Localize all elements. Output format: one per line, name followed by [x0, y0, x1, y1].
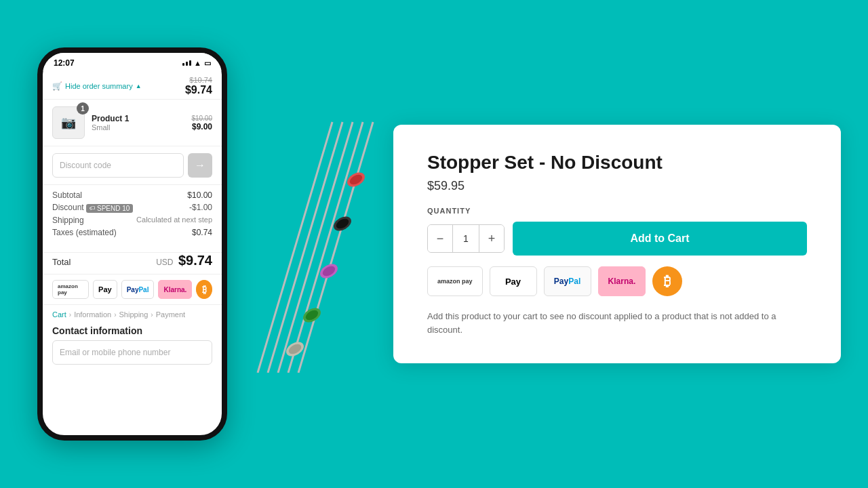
product-price-col: $10.00 $9.00	[191, 115, 212, 131]
product-variant: Small	[92, 123, 184, 131]
product-image	[224, 115, 414, 373]
apply-discount-button[interactable]: →	[188, 153, 212, 178]
order-totals: Subtotal $10.00 Discount 🏷 SPEND 10 -$1.…	[43, 184, 222, 245]
product-card-title: Stopper Set - No Discount	[427, 152, 807, 174]
contact-email-input[interactable]	[52, 340, 212, 365]
breadcrumb-sep-2: ›	[114, 311, 116, 319]
product-badge: 1	[77, 102, 89, 115]
discount-code-input[interactable]	[52, 153, 184, 178]
order-prices: $10.74 $9.74	[185, 76, 212, 96]
quantity-input[interactable]	[452, 225, 479, 252]
product-card-payment-methods: amazon pay Pay PayPal Klarna. ₿	[427, 266, 807, 296]
product-name: Product 1	[92, 114, 184, 123]
grand-total-row: Total USD $9.74	[43, 252, 222, 274]
grand-total-amount: USD $9.74	[156, 253, 212, 268]
taxes-label: Taxes (estimated)	[52, 228, 117, 237]
product-thumbnail-wrap: 📷 1	[52, 106, 85, 139]
amazon-pay-logo: amazon pay	[52, 280, 89, 299]
discount-row: Discount 🏷 SPEND 10 -$1.00	[52, 203, 212, 213]
shipping-row: Shipping Calculated at next step	[52, 216, 212, 225]
svg-line-0	[258, 122, 332, 373]
breadcrumb-sep-3: ›	[151, 311, 153, 319]
shipping-value: Calculated at next step	[136, 216, 212, 225]
product-amazon-pay-badge: amazon pay	[427, 266, 483, 296]
product-paypal-badge: PayPal	[544, 266, 591, 296]
status-bar: 12:07 ▲ ▭	[43, 53, 222, 70]
subtotal-value: $10.00	[187, 190, 212, 200]
svg-line-4	[298, 122, 373, 373]
product-bitcoin-badge: ₿	[652, 266, 682, 296]
paypal-logo: PayPal	[121, 280, 155, 299]
hide-summary-label: Hide order summary	[65, 82, 133, 90]
phone-mockup: 12:07 ▲ ▭ 🛒 Hide order summary ▲	[37, 47, 227, 441]
quantity-decrease-button[interactable]: −	[428, 225, 452, 252]
add-to-cart-button[interactable]: Add to Cart	[513, 222, 807, 256]
breadcrumb-payment: Payment	[156, 310, 185, 319]
product-row: 📷 1 Product 1 Small $10.00 $9.00	[43, 100, 222, 146]
breadcrumb-information: Information	[74, 310, 111, 319]
svg-line-2	[278, 122, 353, 373]
total-value: $9.74	[178, 253, 212, 268]
hide-order-summary-btn[interactable]: 🛒 Hide order summary ▲	[52, 81, 142, 91]
current-price: $9.74	[185, 84, 212, 96]
payment-logos-row: amazon pay Pay PayPal Klarna. ₿	[43, 274, 222, 305]
product-card: Stopper Set - No Discount $59.95 QUANTIT…	[393, 125, 841, 363]
subtotal-row: Subtotal $10.00	[52, 190, 212, 200]
product-description: Add this product to your cart to see no …	[427, 310, 807, 336]
chevron-up-icon: ▲	[136, 83, 142, 89]
apple-pay-logo: Pay	[93, 280, 117, 299]
quantity-control: − +	[427, 224, 505, 253]
camera-icon: 📷	[61, 115, 76, 130]
cart-icon: 🛒	[52, 81, 62, 91]
quantity-label: QUANTITY	[427, 207, 807, 215]
signal-icon	[182, 60, 191, 66]
status-time: 12:07	[54, 58, 75, 68]
quantity-row: − + Add to Cart	[427, 222, 807, 256]
order-summary-header: 🛒 Hide order summary ▲ $10.74 $9.74	[43, 70, 222, 100]
quantity-increase-button[interactable]: +	[479, 225, 504, 252]
svg-line-1	[268, 122, 342, 373]
breadcrumb: Cart › Information › Shipping › Payment	[43, 305, 222, 321]
arrow-right-icon: →	[195, 159, 205, 171]
original-price: $10.74	[185, 76, 212, 84]
product-klarna-badge: Klarna.	[598, 266, 646, 296]
discount-value: -$1.00	[189, 203, 212, 213]
discount-section: →	[43, 146, 222, 184]
discount-code-badge: 🏷 SPEND 10	[86, 204, 133, 213]
bitcoin-logo: ₿	[196, 280, 212, 299]
breadcrumb-cart[interactable]: Cart	[52, 310, 66, 319]
svg-line-3	[288, 122, 363, 373]
contact-section: Contact information	[43, 321, 222, 371]
shipping-label: Shipping	[52, 216, 84, 225]
discount-label: Discount 🏷 SPEND 10	[52, 203, 133, 213]
product-orig-price: $10.00	[191, 115, 212, 122]
total-currency: USD	[156, 258, 173, 267]
grand-total-label: Total	[52, 257, 71, 267]
product-card-price: $59.95	[427, 179, 807, 193]
product-sale-price: $9.00	[191, 122, 212, 131]
taxes-value: $0.74	[192, 228, 212, 237]
wifi-icon: ▲	[194, 59, 201, 67]
product-apple-pay-badge: Pay	[490, 266, 537, 296]
breadcrumb-shipping: Shipping	[119, 310, 149, 319]
klarna-logo: Klarna.	[158, 280, 192, 299]
contact-label: Contact information	[52, 325, 212, 336]
taxes-row: Taxes (estimated) $0.74	[52, 228, 212, 237]
subtotal-label: Subtotal	[52, 190, 82, 200]
breadcrumb-sep-1: ›	[69, 311, 71, 319]
product-info: Product 1 Small	[92, 114, 184, 131]
battery-icon: ▭	[204, 59, 211, 68]
